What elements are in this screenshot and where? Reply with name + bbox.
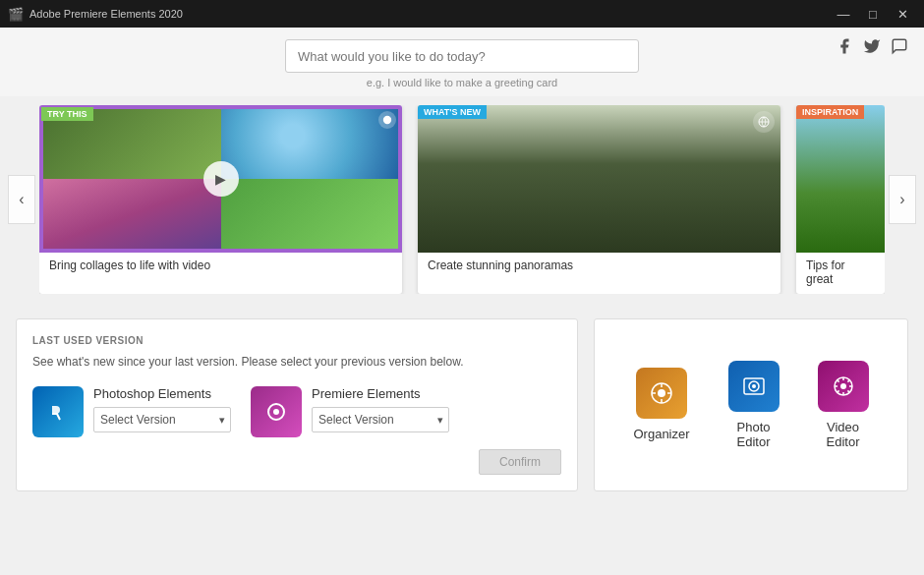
card-caption-collage: Bring collages to life with video [39, 253, 402, 280]
panel-description: See what's new since your last version. … [32, 354, 561, 371]
maximize-button[interactable]: □ [859, 0, 887, 28]
svg-point-10 [840, 383, 846, 389]
carousel-card-inspiration[interactable]: INSPIRATION Tips for great [796, 105, 885, 294]
premiere-version-select[interactable]: Select Version 2019 2018 15 [312, 407, 449, 432]
premiere-version-wrapper[interactable]: Select Version 2019 2018 15 [312, 407, 449, 432]
title-bar: 🎬 Adobe Premiere Elements 2020 — □ ✕ [0, 0, 924, 28]
title-bar-left: 🎬 Adobe Premiere Elements 2020 [8, 7, 183, 22]
photo-editor-icon [728, 361, 780, 412]
card-image-panorama: WHAT'S NEW [418, 105, 780, 253]
window-title: Adobe Premiere Elements 2020 [29, 8, 183, 20]
panorama-icon [753, 111, 775, 133]
card-caption-inspiration: Tips for great [796, 253, 885, 294]
app-icon: 🎬 [8, 7, 24, 22]
svg-point-5 [658, 389, 665, 397]
organizer-icon [636, 368, 687, 419]
carousel-section: ‹ TRY THIS ▶ Bring collages to [0, 96, 924, 303]
panel-label: LAST USED VERSION [32, 335, 561, 346]
chat-icon[interactable] [891, 37, 908, 59]
card-badge-inspiration: INSPIRATION [796, 105, 864, 119]
collage-cell-4 [221, 179, 401, 251]
confirm-row: Confirm [32, 449, 561, 475]
collage-cell-3 [41, 179, 221, 251]
premiere-product-item: Premiere Elements Select Version 2019 20… [251, 386, 449, 437]
svg-point-3 [273, 409, 279, 415]
premiere-name: Premiere Elements [312, 386, 449, 401]
premiere-icon [251, 386, 302, 437]
video-editor-launch-item[interactable]: VideoEditor [818, 361, 869, 449]
carousel-card-panorama[interactable]: WHAT'S NEW Create stunning panoramas [418, 105, 780, 294]
header: e.g. I would like to make a greeting car… [0, 28, 924, 96]
video-editor-icon [818, 361, 869, 412]
facebook-icon[interactable] [836, 37, 853, 59]
premiere-product-info: Premiere Elements Select Version 2019 20… [312, 386, 449, 432]
quick-launch-panel: Organizer PhotoEditor VideoEditor [594, 318, 908, 491]
carousel-items: TRY THIS ▶ Bring collages to life with v… [39, 105, 885, 294]
confirm-button[interactable]: Confirm [479, 449, 561, 475]
card-caption-panorama: Create stunning panoramas [418, 253, 780, 280]
bottom-section: LAST USED VERSION See what's new since y… [0, 303, 924, 507]
carousel-prev-button[interactable]: ‹ [8, 175, 35, 224]
photoshop-name: Photoshop Elements [93, 386, 231, 401]
organizer-label: Organizer [633, 427, 689, 441]
collage-grid: TRY THIS ▶ [39, 105, 402, 253]
carousel-card-collage[interactable]: TRY THIS ▶ Bring collages to life with v… [39, 105, 402, 294]
collage-cell-2 [221, 107, 401, 179]
photoshop-product-info: Photoshop Elements Select Version 2019 2… [93, 386, 231, 432]
social-icons [836, 37, 908, 59]
search-input[interactable] [285, 39, 639, 73]
photoshop-icon [32, 386, 84, 437]
organizer-launch-item[interactable]: Organizer [633, 368, 689, 441]
close-button[interactable]: ✕ [889, 0, 916, 28]
window-controls: — □ ✕ [830, 0, 916, 28]
twitter-icon[interactable] [863, 37, 881, 59]
card-badge-try: TRY THIS [41, 107, 93, 121]
photoshop-product-item: Photoshop Elements Select Version 2019 2… [32, 386, 231, 437]
play-button[interactable]: ▶ [203, 161, 239, 197]
svg-point-8 [752, 384, 756, 388]
photo-editor-launch-item[interactable]: PhotoEditor [728, 361, 780, 449]
products-row: Photoshop Elements Select Version 2019 2… [32, 386, 561, 437]
last-used-panel: LAST USED VERSION See what's new since y… [16, 318, 578, 491]
photo-editor-label: PhotoEditor [737, 420, 771, 449]
card-image-collage: TRY THIS ▶ [39, 105, 402, 253]
search-hint: e.g. I would like to make a greeting car… [367, 77, 557, 88]
video-editor-label: VideoEditor [827, 420, 860, 449]
photoshop-version-select[interactable]: Select Version 2019 2018 15 [93, 407, 231, 432]
card-badge-new: WHAT'S NEW [418, 105, 487, 119]
carousel-next-button[interactable]: › [889, 175, 916, 224]
card-image-inspiration: INSPIRATION [796, 105, 885, 253]
photoshop-version-wrapper[interactable]: Select Version 2019 2018 15 [93, 407, 231, 432]
minimize-button[interactable]: — [830, 0, 857, 28]
